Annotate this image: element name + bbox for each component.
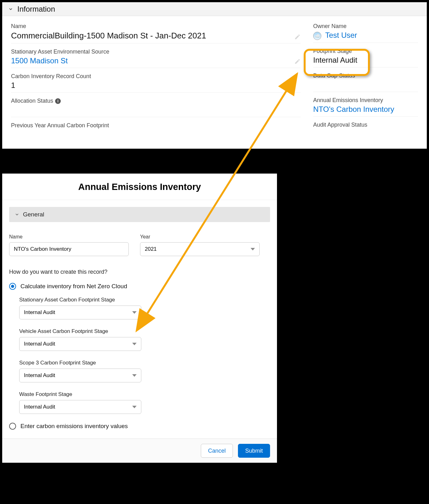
radio-manual-label: Enter carbon emissions inventory values [20, 423, 128, 430]
stationary-stage-label: Stationary Asset Carbon Footprint Stage [19, 297, 270, 303]
name-input[interactable]: NTO's Carbon Inventory [9, 242, 129, 256]
field-label: Previous Year Annual Carbon Footprint [11, 122, 301, 129]
field-label: Carbon Inventory Record Count [11, 73, 301, 80]
form-group-year: Year 2021 [140, 234, 260, 256]
vehicle-stage-group: Vehicle Asset Carbon Footprint Stage Int… [19, 328, 270, 351]
field-label: Stationary Asset Environmental Source [11, 49, 301, 55]
field-label: Audit Approval Status [313, 122, 418, 128]
section-title: Information [17, 5, 55, 14]
info-left-column: Name CommercialBuilding-1500 Madison St … [11, 23, 301, 132]
field-label: Allocation Status i [11, 98, 301, 104]
year-label: Year [140, 234, 260, 240]
chevron-down-icon [15, 212, 19, 217]
modal-footer: Cancel Submit [2, 438, 277, 463]
edit-icon[interactable] [294, 58, 301, 65]
field-previous-year-footprint: Previous Year Annual Carbon Footprint [11, 122, 301, 129]
radio-calculate-label: Calculate inventory from Net Zero Cloud [20, 283, 127, 290]
info-right-column: Owner Name ☁️ Test User Footprint Stage … [313, 23, 418, 132]
scope3-stage-label: Scope 3 Carbon Footprint Stage [19, 360, 270, 366]
chevron-down-icon [8, 7, 13, 11]
field-owner-name: Owner Name ☁️ Test User [313, 23, 418, 43]
stationary-stage-select[interactable]: Internal Audit [19, 306, 141, 319]
modal-body: General Name NTO's Carbon Inventory Year… [2, 200, 277, 430]
form-row-name-year: Name NTO's Carbon Inventory Year 2021 [9, 234, 270, 256]
field-label: Annual Emissions Inventory [313, 97, 418, 104]
information-header[interactable]: Information [2, 2, 427, 16]
field-annual-emissions-inventory: Annual Emissions Inventory NTO's Carbon … [313, 97, 418, 117]
field-audit-approval-status: Audit Approval Status [313, 122, 418, 128]
caret-down-icon [132, 406, 137, 408]
radio-manual[interactable]: Enter carbon emissions inventory values [9, 423, 270, 430]
field-value-link[interactable]: 1500 Madison St [11, 56, 301, 65]
field-value-link[interactable]: NTO's Carbon Inventory [313, 105, 418, 114]
name-input-value: NTO's Carbon Inventory [14, 246, 71, 252]
cancel-button[interactable]: Cancel [201, 444, 233, 458]
caret-down-icon [132, 311, 137, 314]
information-panel: Information Name CommercialBuilding-1500… [1, 1, 428, 150]
waste-stage-value: Internal Audit [24, 404, 55, 410]
vehicle-stage-value: Internal Audit [24, 341, 55, 347]
field-carbon-inventory-record-count: Carbon Inventory Record Count 1 [11, 73, 301, 93]
field-stationary-asset-env-source: Stationary Asset Environmental Source 15… [11, 49, 301, 68]
form-group-name: Name NTO's Carbon Inventory [9, 234, 129, 256]
stationary-stage-group: Stationary Asset Carbon Footprint Stage … [19, 297, 270, 319]
radio-icon [9, 423, 16, 430]
submit-button[interactable]: Submit [238, 444, 270, 458]
field-allocation-status: Allocation Status i [11, 98, 301, 117]
field-label: Owner Name [313, 23, 418, 30]
highlight-callout [304, 49, 370, 76]
create-question: How do you want to create this record? [9, 269, 270, 275]
year-select-value: 2021 [145, 246, 157, 252]
field-value: ☁️ Test User [313, 31, 418, 40]
field-name: Name CommercialBuilding-1500 Madison St … [11, 23, 301, 43]
info-icon[interactable]: i [55, 98, 61, 104]
radio-icon [9, 283, 16, 290]
field-label: Name [11, 23, 301, 30]
stationary-stage-value: Internal Audit [24, 309, 55, 316]
waste-stage-group: Waste Footprint Stage Internal Audit [19, 391, 270, 414]
waste-stage-select[interactable]: Internal Audit [19, 400, 141, 414]
scope3-stage-value: Internal Audit [24, 372, 55, 379]
year-select[interactable]: 2021 [140, 242, 260, 256]
caret-down-icon [132, 343, 137, 345]
radio-calculate[interactable]: Calculate inventory from Net Zero Cloud [9, 283, 270, 290]
general-section-header[interactable]: General [9, 207, 270, 222]
owner-link[interactable]: Test User [325, 31, 357, 39]
field-value [313, 80, 418, 89]
scope3-stage-group: Scope 3 Carbon Footprint Stage Internal … [19, 360, 270, 382]
scope3-stage-select[interactable]: Internal Audit [19, 369, 141, 382]
field-value: 1 [11, 81, 301, 90]
avatar-icon: ☁️ [313, 32, 321, 40]
aei-modal: Annual Emissions Inventory General Name … [1, 173, 278, 464]
field-value: CommercialBuilding-1500 Madison St - Jan… [11, 31, 301, 41]
field-value [11, 106, 301, 114]
alloc-label-text: Allocation Status [11, 98, 53, 104]
waste-stage-label: Waste Footprint Stage [19, 391, 270, 398]
vehicle-stage-label: Vehicle Asset Carbon Footprint Stage [19, 328, 270, 335]
vehicle-stage-select[interactable]: Internal Audit [19, 337, 141, 351]
general-label: General [23, 211, 44, 218]
name-label: Name [9, 234, 129, 240]
caret-down-icon [251, 248, 255, 250]
modal-title: Annual Emissions Inventory [2, 174, 277, 200]
edit-icon[interactable] [294, 34, 301, 40]
caret-down-icon [132, 374, 137, 377]
